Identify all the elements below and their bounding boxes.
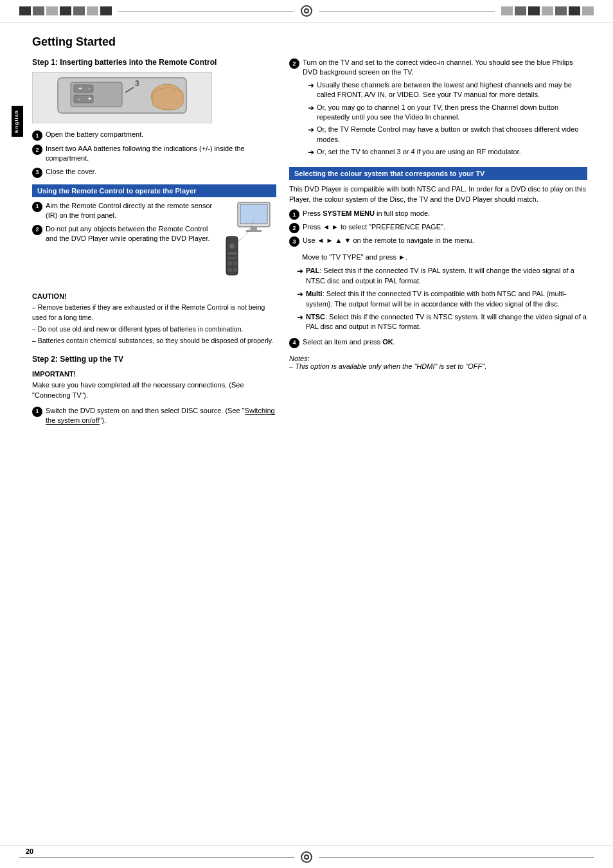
bottom-circle xyxy=(301,851,312,863)
bar-block-1 xyxy=(19,6,31,15)
colour-step-text-1: Press SYSTEM MENU in full stop mode. xyxy=(303,209,430,218)
using-remote-num-1: 1 xyxy=(32,202,42,212)
step1-num-1: 1 xyxy=(32,130,42,141)
bar-block-r7 xyxy=(582,6,594,15)
bottom-line-left xyxy=(19,857,294,858)
battery-illustration: + - - + 3 xyxy=(39,75,206,121)
top-bar-circle xyxy=(301,5,312,17)
arrow-sym-2: ➜ xyxy=(308,103,314,123)
important-box: IMPORTANT! Make sure you have completed … xyxy=(32,369,276,401)
step1-num-3: 3 xyxy=(32,168,42,178)
multi-arrow: ➜ xyxy=(297,289,303,309)
arrow-sym-1: ➜ xyxy=(308,80,314,100)
colour-step-4: 4 Select an item and press OK. xyxy=(289,337,587,348)
bar-block-r6 xyxy=(569,6,580,15)
step1-list: 1 Open the battery compartment. 2 Insert… xyxy=(32,130,276,178)
step2-arrow-note-3: ➜ Or, the TV Remote Control may have a b… xyxy=(308,125,587,145)
multi-option: ➜ Multi: Select this if the connected TV… xyxy=(297,289,587,309)
step2-right-text-2: Turn on the TV and set to the correct vi… xyxy=(303,58,587,161)
svg-point-15 xyxy=(229,244,235,249)
important-title: IMPORTANT! xyxy=(32,370,76,378)
bar-block-r5 xyxy=(555,6,567,15)
caution-line-2: – Do not use old and new or different ty… xyxy=(32,324,276,335)
colour-step-2: 2 Press ◄ ► to select "PREFERENCE PAGE". xyxy=(289,222,587,233)
bar-block-6 xyxy=(87,6,98,15)
move-to-tv-type: Move to "TV TYPE" and press ►. xyxy=(302,252,587,263)
top-decorative-bar xyxy=(0,0,613,22)
caution-line-1: – Remove batteries if they are exhausted… xyxy=(32,303,276,323)
step2-heading: Step 2: Setting up the TV xyxy=(32,355,276,364)
step2-list: 1 Switch the DVD system on and then sele… xyxy=(32,406,276,426)
colour-step-num-1: 1 xyxy=(289,209,299,220)
top-bar-circle-inner xyxy=(304,8,309,13)
caution-title: CAUTION! xyxy=(32,291,276,302)
pal-arrow: ➜ xyxy=(297,266,303,286)
notes-text-1: – This option is available only when the… xyxy=(289,362,587,370)
svg-rect-13 xyxy=(246,230,262,232)
colour-step4-list: 4 Select an item and press OK. xyxy=(289,337,587,348)
page-title: Getting Started xyxy=(32,35,587,49)
step2-arrow-note-1: ➜ Usually these channels are between the… xyxy=(308,80,587,100)
bar-block-r4 xyxy=(542,6,553,15)
bar-block-r2 xyxy=(515,6,526,15)
remote-text-col: 1 Aim the Remote Control directly at the… xyxy=(32,201,218,286)
bar-block-5 xyxy=(73,6,85,15)
left-column: Step 1: Inserting batteries into the Rem… xyxy=(32,58,276,431)
colour-body: This DVD Player is compatible with both … xyxy=(289,184,587,205)
notes-section: Notes: – This option is available only w… xyxy=(289,355,587,370)
using-remote-header: Using the Remote Control to operate the … xyxy=(32,184,276,197)
ntsc-arrow: ➜ xyxy=(297,312,303,332)
step1-heading: Step 1: Inserting batteries into the Rem… xyxy=(32,58,276,67)
svg-rect-17 xyxy=(228,257,237,259)
svg-text:3: 3 xyxy=(135,79,139,88)
step2-right: 2 Turn on the TV and set to the correct … xyxy=(289,58,587,161)
top-bar-line-left xyxy=(118,11,294,12)
arrow-sym-3: ➜ xyxy=(308,125,314,145)
ntsc-option: ➜ NTSC: Select this if the connected TV … xyxy=(297,312,587,332)
step1-item-3: 3 Close the cover. xyxy=(32,167,276,178)
step2-right-list: 2 Turn on the TV and set to the correct … xyxy=(289,58,587,161)
bar-block-3 xyxy=(46,6,58,15)
english-tab: English xyxy=(12,106,23,137)
step2-right-num-2: 2 xyxy=(289,58,299,69)
step2-arrow-note-2: ➜ Or, you may go to channel 1 on your TV… xyxy=(308,103,587,123)
svg-rect-18 xyxy=(228,261,232,265)
colour-step-3: 3 Use ◄ ► ▲ ▼ on the remote to navigate … xyxy=(289,236,587,247)
svg-text:+: + xyxy=(78,85,82,92)
step2-num-1: 1 xyxy=(32,407,42,417)
step2-text-1: Switch the DVD system on and then select… xyxy=(46,406,276,426)
svg-rect-19 xyxy=(233,261,237,265)
bottom-circle-inner xyxy=(304,855,309,860)
colour-header: Selecting the colour system that corresp… xyxy=(289,167,587,180)
svg-rect-2 xyxy=(74,85,93,93)
main-content: Getting Started Step 1: Inserting batter… xyxy=(0,22,613,444)
step2-right-item-2: 2 Turn on the TV and set to the correct … xyxy=(289,58,587,161)
caution-line-3: – Batteries contain chemical substances,… xyxy=(32,336,276,346)
colour-step-text-2: Press ◄ ► to select "PREFERENCE PAGE". xyxy=(303,222,445,232)
bar-block-r1 xyxy=(501,6,513,15)
bar-block-r3 xyxy=(528,6,540,15)
svg-rect-21 xyxy=(233,268,237,272)
step1-item-2: 2 Insert two AAA batteries following the… xyxy=(32,144,276,164)
svg-text:-: - xyxy=(88,85,90,92)
colour-step-num-2: 2 xyxy=(289,223,299,233)
colour-step-num-4: 4 xyxy=(289,338,299,348)
step1-item-1: 1 Open the battery compartment. xyxy=(32,130,276,141)
caution-box: CAUTION! – Remove batteries if they are … xyxy=(32,291,276,346)
notes-title: Notes: xyxy=(289,355,587,362)
arrow-sym-4: ➜ xyxy=(308,147,314,158)
svg-rect-16 xyxy=(228,252,237,254)
step1-section: Step 1: Inserting batteries into the Rem… xyxy=(32,58,276,346)
remote-tv-illustration xyxy=(225,201,273,285)
using-remote-list: 1 Aim the Remote Control directly at the… xyxy=(32,201,218,244)
remote-player-row: 1 Aim the Remote Control directly at the… xyxy=(32,201,276,286)
top-bar-line-right xyxy=(319,11,495,12)
using-remote-item-2: 2 Do not put any objects between the Rem… xyxy=(32,224,218,244)
colour-steps-list: 1 Press SYSTEM MENU in full stop mode. 2… xyxy=(289,209,587,247)
important-text: Make sure you have completed all the nec… xyxy=(32,381,244,400)
colour-step-text-3: Use ◄ ► ▲ ▼ on the remote to navigate in… xyxy=(303,236,474,245)
top-bar-right-blocks xyxy=(501,6,594,15)
two-column-layout: Step 1: Inserting batteries into the Rem… xyxy=(32,58,587,431)
colour-step-num-3: 3 xyxy=(289,236,299,247)
step2-item-1: 1 Switch the DVD system on and then sele… xyxy=(32,406,276,426)
